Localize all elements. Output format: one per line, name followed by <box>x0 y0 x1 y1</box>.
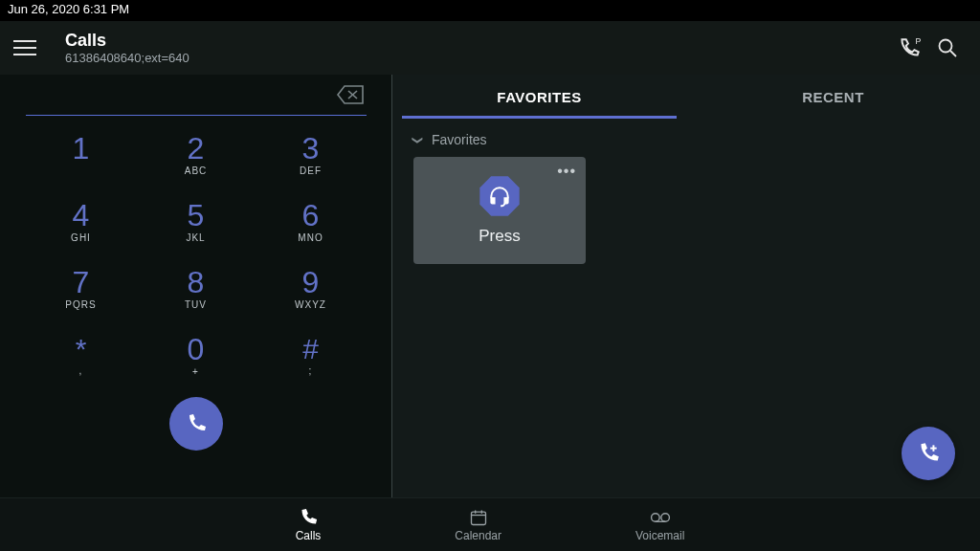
key-6[interactable]: 6MNO <box>254 188 368 255</box>
chevron-down-icon: ❯ <box>412 136 424 144</box>
key-2[interactable]: 2ABC <box>139 121 254 188</box>
favorites-section-label: Favorites <box>432 132 487 147</box>
nav-calendar[interactable]: Calendar <box>455 508 501 542</box>
tab-recent[interactable]: RECENT <box>686 75 980 119</box>
status-datetime: Jun 26, 2020 6:31 PM <box>8 2 129 16</box>
bottom-nav: Calls Calendar Voicemail <box>0 497 980 551</box>
favorites-section-header[interactable]: ❯ Favorites <box>392 119 980 157</box>
dial-call-button[interactable] <box>169 397 223 451</box>
page-title: Calls <box>65 31 189 51</box>
tab-favorites[interactable]: FAVORITES <box>392 75 686 119</box>
contacts-panel: FAVORITES RECENT ❯ Favorites ••• Press <box>392 75 980 497</box>
favorites-list: ••• Press <box>392 157 980 264</box>
svg-line-2 <box>950 51 956 56</box>
key-1[interactable]: 1 <box>24 121 139 188</box>
svg-point-11 <box>651 513 659 521</box>
nav-calls-label: Calls <box>296 529 322 542</box>
tabs: FAVORITES RECENT <box>392 75 980 119</box>
nav-calendar-label: Calendar <box>455 529 501 542</box>
favorite-name: Press <box>479 227 520 246</box>
headset-icon <box>479 175 521 217</box>
key-3[interactable]: 3DEF <box>254 121 368 188</box>
svg-rect-7 <box>471 512 485 524</box>
key-0[interactable]: 0+ <box>139 322 254 389</box>
status-bar: Jun 26, 2020 6:31 PM <box>0 0 980 21</box>
header-text: Calls 61386408640;ext=640 <box>65 31 189 65</box>
svg-text:P: P <box>916 36 922 46</box>
app-header: Calls 61386408640;ext=640 P <box>0 21 980 75</box>
key-8[interactable]: 8TUV <box>139 255 254 322</box>
search-button[interactable] <box>928 29 967 67</box>
dial-input-underline <box>26 115 367 116</box>
nav-voicemail-label: Voicemail <box>635 529 684 542</box>
svg-point-1 <box>940 40 952 53</box>
svg-point-12 <box>661 513 670 521</box>
favorite-card[interactable]: ••• Press <box>413 157 586 264</box>
key-5[interactable]: 5JKL <box>139 188 254 255</box>
dialer-panel: 1 2ABC 3DEF 4GHI 5JKL 6MNO 7PQRS 8TUV 9W… <box>0 75 392 497</box>
new-call-fab[interactable] <box>902 427 955 480</box>
nav-calls[interactable]: Calls <box>296 508 322 542</box>
keypad: 1 2ABC 3DEF 4GHI 5JKL 6MNO 7PQRS 8TUV 9W… <box>24 121 368 389</box>
key-7[interactable]: 7PQRS <box>24 255 139 322</box>
nav-voicemail[interactable]: Voicemail <box>635 508 684 542</box>
key-star[interactable]: *, <box>24 322 139 389</box>
backspace-button[interactable] <box>336 84 365 109</box>
menu-button[interactable] <box>13 33 44 63</box>
key-pound[interactable]: #; <box>254 322 368 389</box>
park-call-button[interactable]: P <box>890 29 928 67</box>
key-9[interactable]: 9WXYZ <box>254 255 368 322</box>
header-subtitle: 61386408640;ext=640 <box>65 51 189 65</box>
card-more-button[interactable]: ••• <box>557 163 576 180</box>
key-4[interactable]: 4GHI <box>24 188 139 255</box>
